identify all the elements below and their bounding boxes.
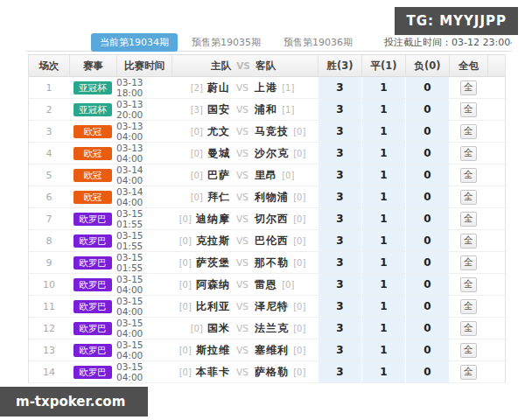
match-time: 03-13 04:00 xyxy=(116,121,172,142)
bet-lose-cell[interactable]: 0 xyxy=(405,361,449,382)
bet-draw-cell[interactable]: 1 xyxy=(361,143,405,164)
tab-current-period[interactable]: 当前第19034期 xyxy=(91,33,178,52)
home-team: [0] 曼城 xyxy=(172,146,230,161)
match-time: 03-15 04:00 xyxy=(116,318,172,339)
row-spacer xyxy=(487,252,505,273)
select-all-button[interactable]: 全 xyxy=(460,124,477,139)
home-rank: [0] xyxy=(179,346,192,355)
bet-lose-cell[interactable]: 0 xyxy=(405,208,449,229)
match-number: 14 xyxy=(29,361,69,382)
match-time: 03-15 01:55 xyxy=(116,208,172,229)
vs-label: VS xyxy=(230,214,255,224)
bet-lose-cell[interactable]: 0 xyxy=(405,186,449,207)
bet-win-cell[interactable]: 3 xyxy=(318,164,361,186)
away-team: 塞维利 [0] xyxy=(255,343,318,358)
league-badge: 欧冠 xyxy=(74,169,112,182)
select-all-button[interactable]: 全 xyxy=(460,277,477,292)
select-all-button[interactable]: 全 xyxy=(460,80,477,95)
away-rank: [0] xyxy=(293,346,305,355)
select-all-button[interactable]: 全 xyxy=(460,146,477,161)
bet-draw-cell[interactable]: 1 xyxy=(361,77,405,98)
home-rank: [0] xyxy=(179,368,192,377)
bet-win-cell[interactable]: 3 xyxy=(318,77,361,98)
bet-win-cell[interactable]: 3 xyxy=(318,361,361,382)
bet-lose-cell[interactable]: 0 xyxy=(405,99,449,120)
bet-draw-cell[interactable]: 1 xyxy=(361,361,405,382)
bet-draw-cell[interactable]: 1 xyxy=(361,208,405,229)
bet-draw-cell[interactable]: 1 xyxy=(361,121,405,142)
row-spacer xyxy=(487,208,505,229)
select-all-button[interactable]: 全 xyxy=(460,102,477,117)
header-spacer xyxy=(487,55,505,76)
match-number: 4 xyxy=(29,143,69,164)
match-time: 03-15 01:55 xyxy=(116,230,172,251)
header-time: 比赛时间 xyxy=(116,55,172,76)
bet-lose-cell[interactable]: 0 xyxy=(405,121,449,142)
away-rank: [1] xyxy=(282,105,294,115)
away-rank: [0] xyxy=(282,171,294,180)
bet-win-cell[interactable]: 3 xyxy=(318,143,361,164)
row-spacer xyxy=(487,99,505,120)
teams-cell: [2] 蔚山 VS 上港 [1] xyxy=(172,77,318,98)
bet-win-cell[interactable]: 3 xyxy=(318,340,361,360)
away-team: 马竞技 [0] xyxy=(255,124,318,139)
bet-lose-cell[interactable]: 0 xyxy=(405,252,449,273)
bet-draw-cell[interactable]: 1 xyxy=(361,164,405,186)
select-all-button[interactable]: 全 xyxy=(460,365,477,380)
bet-win-cell[interactable]: 3 xyxy=(318,121,361,142)
tab-presale-period-2[interactable]: 预售第19036期 xyxy=(275,33,361,52)
bet-draw-cell[interactable]: 1 xyxy=(361,230,405,251)
select-all-button[interactable]: 全 xyxy=(460,234,477,248)
bet-lose-cell[interactable]: 0 xyxy=(405,164,449,186)
bet-lose-cell[interactable]: 0 xyxy=(405,77,449,98)
bet-lose-cell[interactable]: 0 xyxy=(405,143,449,164)
teams-cell: [0] 国米 VS 法兰克 [0] xyxy=(172,318,318,339)
away-team: 巴伦西 [0] xyxy=(255,234,318,248)
home-rank: [0] xyxy=(191,171,203,180)
select-all-button[interactable]: 全 xyxy=(460,321,477,336)
match-row: 4 欧冠 03-13 04:00 [0] 曼城 VS 沙尔克 [0] 3 1 0… xyxy=(29,143,505,164)
bet-win-cell[interactable]: 3 xyxy=(318,208,361,229)
bet-win-cell[interactable]: 3 xyxy=(318,296,361,317)
bet-lose-cell[interactable]: 0 xyxy=(405,230,449,251)
select-all-button[interactable]: 全 xyxy=(460,256,477,270)
league-badge: 亚冠杯 xyxy=(74,103,112,116)
bet-draw-cell[interactable]: 1 xyxy=(361,340,405,360)
league-badge: 欧罗巴 xyxy=(74,366,112,379)
bet-win-cell[interactable]: 3 xyxy=(318,274,361,295)
home-team: [3] 国安 xyxy=(172,102,230,117)
teams-cell: [0] 尤文 VS 马竞技 [0] xyxy=(172,121,318,142)
tab-presale-period-1[interactable]: 预售第19035期 xyxy=(183,33,270,52)
bet-draw-cell[interactable]: 1 xyxy=(361,318,405,339)
select-all-button[interactable]: 全 xyxy=(460,212,477,227)
row-spacer xyxy=(487,164,505,186)
bet-draw-cell[interactable]: 1 xyxy=(361,274,405,295)
select-all-button[interactable]: 全 xyxy=(460,190,477,205)
select-all-button[interactable]: 全 xyxy=(460,299,477,314)
select-all-button[interactable]: 全 xyxy=(460,168,477,183)
bet-lose-cell[interactable]: 0 xyxy=(405,340,449,360)
bet-draw-cell[interactable]: 1 xyxy=(361,252,405,273)
bet-win-cell[interactable]: 3 xyxy=(318,230,361,251)
vs-label: VS xyxy=(230,192,255,202)
bet-lose-cell[interactable]: 0 xyxy=(405,296,449,317)
away-team: 法兰克 [0] xyxy=(255,321,318,336)
bet-draw-cell[interactable]: 1 xyxy=(361,296,405,317)
bet-lose-cell[interactable]: 0 xyxy=(405,318,449,339)
league-badge: 亚冠杯 xyxy=(74,81,112,94)
away-team: 浦和 [1] xyxy=(255,102,318,117)
bet-lose-cell[interactable]: 0 xyxy=(405,274,449,295)
home-team: [0] 本菲卡 xyxy=(172,365,230,380)
bet-draw-cell[interactable]: 1 xyxy=(361,99,405,120)
home-rank: [0] xyxy=(179,258,192,268)
bet-draw-cell[interactable]: 1 xyxy=(361,186,405,207)
bet-win-cell[interactable]: 3 xyxy=(318,186,361,207)
bet-win-cell[interactable]: 3 xyxy=(318,252,361,273)
header-win: 胜(3) xyxy=(318,55,361,76)
select-all-button[interactable]: 全 xyxy=(460,343,477,358)
match-number: 8 xyxy=(29,230,69,251)
vs-label: VS xyxy=(230,345,255,355)
header-home: 主队 xyxy=(172,60,231,73)
bet-win-cell[interactable]: 3 xyxy=(318,99,361,120)
bet-win-cell[interactable]: 3 xyxy=(318,318,361,339)
